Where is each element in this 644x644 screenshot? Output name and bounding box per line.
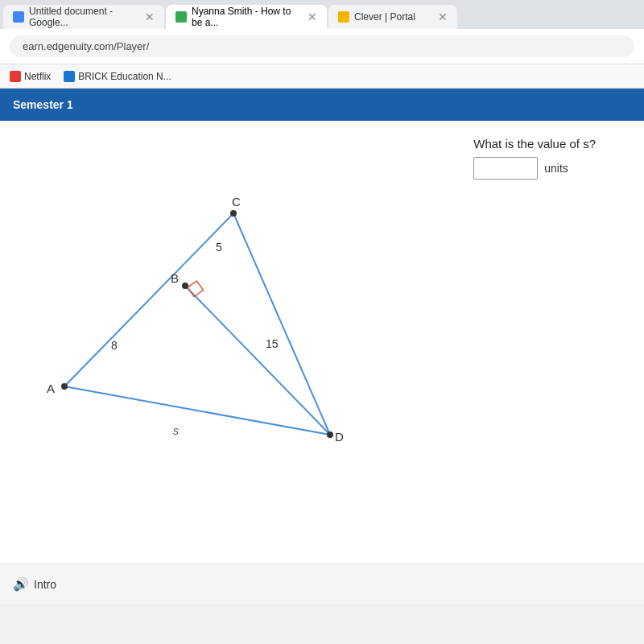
label-B: B xyxy=(171,271,179,285)
svg-rect-4 xyxy=(188,281,203,296)
footer-bar: 🔊 Intro xyxy=(0,564,644,604)
bookmark-brick[interactable]: BRICK Education N... xyxy=(64,71,171,82)
diagram-area: A B C D 5 8 15 s xyxy=(16,129,386,515)
label-D: D xyxy=(335,430,344,444)
svg-point-6 xyxy=(182,283,188,289)
units-label: units xyxy=(544,162,568,175)
label-ab: 8 xyxy=(111,339,118,352)
answer-input[interactable] xyxy=(473,157,538,180)
answer-row: units xyxy=(473,157,596,180)
svg-point-8 xyxy=(327,431,333,438)
tab1-label: Untitled document - Google... xyxy=(29,6,140,28)
label-A: A xyxy=(47,382,55,395)
tab2-close[interactable]: ✕ xyxy=(308,10,317,23)
intro-button[interactable]: 🔊 Intro xyxy=(13,576,56,592)
netflix-favicon xyxy=(10,71,21,82)
address-bar: earn.edgenuity.com/Player/ xyxy=(0,29,644,64)
netflix-label: Netflix xyxy=(24,71,51,82)
tab3-label: Clever | Portal xyxy=(354,11,415,23)
tab-3[interactable]: Clever | Portal ✕ xyxy=(328,5,457,29)
intro-label: Intro xyxy=(34,578,56,591)
question-area: What is the value of s? units xyxy=(473,137,596,180)
tab1-favicon xyxy=(13,11,24,23)
bookmark-bar: Netflix BRICK Education N... xyxy=(0,64,644,89)
tab1-close[interactable]: ✕ xyxy=(145,10,155,23)
svg-point-7 xyxy=(230,210,237,217)
svg-line-1 xyxy=(233,213,330,435)
label-cd: 15 xyxy=(266,337,279,350)
question-text: What is the value of s? xyxy=(473,137,596,151)
label-C: C xyxy=(232,195,241,208)
semester-label: Semester 1 xyxy=(13,98,73,111)
tab2-label: Nyanna Smith - How to be a... xyxy=(192,6,303,28)
brick-label: BRICK Education N... xyxy=(78,71,171,82)
label-bc: 5 xyxy=(216,241,222,254)
geometry-diagram: A B C D 5 8 15 s xyxy=(16,129,386,515)
label-s: s xyxy=(173,424,179,437)
browser-tabs: Untitled document - Google... ✕ Nyanna S… xyxy=(0,0,644,29)
tab-1[interactable]: Untitled document - Google... ✕ xyxy=(3,5,164,29)
tab2-favicon xyxy=(175,11,187,23)
main-content: A B C D 5 8 15 s What is the value of s?… xyxy=(0,121,644,604)
brick-favicon xyxy=(64,71,75,82)
url-input[interactable]: earn.edgenuity.com/Player/ xyxy=(10,35,634,57)
tab-2[interactable]: Nyanna Smith - How to be a... ✕ xyxy=(166,5,327,29)
bookmark-netflix[interactable]: Netflix xyxy=(10,71,51,82)
speaker-icon: 🔊 xyxy=(13,576,29,592)
svg-point-5 xyxy=(61,383,68,390)
page-header: Semester 1 xyxy=(0,89,644,121)
svg-line-0 xyxy=(64,213,233,386)
tab3-close[interactable]: ✕ xyxy=(438,10,448,23)
tab3-favicon xyxy=(338,11,349,23)
